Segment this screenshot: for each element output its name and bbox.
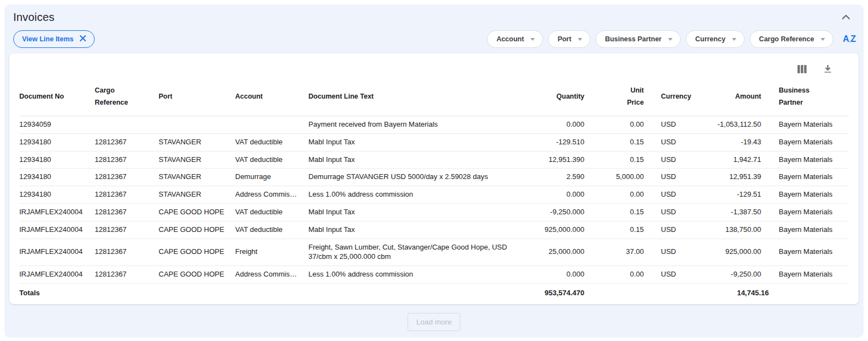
view-line-items-label: View Line Items <box>22 35 74 43</box>
cell: USD <box>644 116 708 133</box>
cell: 5,000.00 <box>584 169 644 186</box>
cell: 12,951.39 <box>708 169 769 186</box>
cell: 12812367 <box>95 239 159 266</box>
cell: CAPE GOOD HOPE <box>159 204 235 221</box>
cell: 925,000.000 <box>529 221 584 239</box>
cell: 12812367 <box>95 151 159 169</box>
filter-chip-cargo-reference[interactable]: Cargo Reference <box>750 30 833 48</box>
cell: USD <box>644 151 708 169</box>
cell: 0.15 <box>584 133 644 151</box>
page-header: Invoices <box>4 4 864 24</box>
cell: 0.000 <box>529 186 584 204</box>
cell: 12934059 <box>19 116 95 133</box>
cell: VAT deductible <box>235 151 308 169</box>
cell: 12812367 <box>95 221 159 239</box>
chevron-down-icon <box>578 38 582 41</box>
cell: 12812367 <box>95 133 159 151</box>
cell: 0.00 <box>584 186 644 204</box>
cell: -9,250.00 <box>708 266 769 283</box>
cell <box>159 116 235 133</box>
cell: STAVANGER <box>159 169 235 186</box>
cell: -19.43 <box>708 133 769 151</box>
cell: 0.15 <box>584 204 644 221</box>
cell: 0.15 <box>584 151 644 169</box>
cell: 138,750.00 <box>708 221 769 239</box>
cell: 12934180 <box>19 169 95 186</box>
sort-alphabetical-icon[interactable]: A↓Z <box>843 34 856 44</box>
cell: Bayern Materials <box>769 266 849 283</box>
column-header: Cargo Reference <box>95 78 159 116</box>
filter-chip-account[interactable]: Account <box>487 30 543 48</box>
collapse-panel-button[interactable] <box>839 11 853 24</box>
filter-chip-business-partner[interactable]: Business Partner <box>595 30 681 48</box>
cell: -1,053,112.50 <box>708 116 769 133</box>
cell: 2.590 <box>529 169 584 186</box>
cell: Bayern Materials <box>769 151 849 169</box>
download-button[interactable] <box>822 63 833 76</box>
filter-chip-currency[interactable]: Currency <box>686 30 745 48</box>
chevron-down-icon <box>668 38 672 41</box>
chevron-down-icon <box>732 38 736 41</box>
cell: -129.510 <box>529 133 584 151</box>
cell: Address Commis… <box>235 186 308 204</box>
load-more-button[interactable]: Load more <box>408 313 461 331</box>
column-header: Port <box>159 78 235 116</box>
load-more-area: Load more <box>4 304 864 331</box>
column-header: Amount <box>708 78 769 116</box>
column-header: Quantity <box>529 78 584 116</box>
cell: Bayern Materials <box>769 116 849 133</box>
cell: 12812367 <box>95 169 159 186</box>
page-title: Invoices <box>13 11 55 24</box>
filter-chip-port[interactable]: Port <box>548 30 590 48</box>
column-header: Business Partner <box>769 78 849 116</box>
cell: IRJAMFLEX240004 <box>19 266 95 283</box>
cell: Bayern Materials <box>769 221 849 239</box>
cell: USD <box>644 221 708 239</box>
cell: -1,387.50 <box>708 204 769 221</box>
cell: USD <box>644 186 708 204</box>
view-line-items-chip[interactable]: View Line Items <box>13 30 95 48</box>
column-header: Document No <box>19 78 95 116</box>
cell: USD <box>644 204 708 221</box>
cell: 12812367 <box>95 266 159 283</box>
table-row: IRJAMFLEX24000412812367CAPE GOOD HOPEVAT… <box>19 204 849 221</box>
column-settings-button[interactable] <box>796 64 808 76</box>
cell: USD <box>644 266 708 283</box>
cell: Freight, Sawn Lumber, Cut, Stavanger/Cap… <box>308 239 529 266</box>
column-header: Unit Price <box>584 78 644 116</box>
cell: Bayern Materials <box>769 186 849 204</box>
table-header-row: Document NoCargo ReferencePortAccountDoc… <box>19 78 849 116</box>
column-header: Document Line Text <box>308 78 529 116</box>
close-icon[interactable] <box>79 35 86 44</box>
filter-chip-label: Port <box>557 35 571 43</box>
filter-chip-label: Cargo Reference <box>759 35 814 43</box>
cell: Bayern Materials <box>769 239 849 266</box>
cell: 12812367 <box>95 186 159 204</box>
invoices-table-card: Document NoCargo ReferencePortAccountDoc… <box>9 53 859 304</box>
cell: 12934180 <box>19 133 95 151</box>
filter-chip-label: Account <box>496 35 524 43</box>
cell: 0.000 <box>529 266 584 283</box>
chips-row: View Line Items Account Port Business Pa… <box>4 24 864 53</box>
cell: 12812367 <box>95 204 159 221</box>
cell: Mabl Input Tax <box>308 221 529 239</box>
cell: Address Commis… <box>235 266 308 283</box>
cell: VAT deductible <box>235 133 308 151</box>
cell: Mabl Input Tax <box>308 204 529 221</box>
cell: 0.00 <box>584 116 644 133</box>
totals-amount: 14,745.16 <box>708 283 769 304</box>
cell: Bayern Materials <box>769 133 849 151</box>
cell: USD <box>644 133 708 151</box>
cell: IRJAMFLEX240004 <box>19 239 95 266</box>
table-row: 12934059Payment received from Bayern Mat… <box>19 116 849 133</box>
cell: CAPE GOOD HOPE <box>159 239 235 266</box>
columns-icon <box>798 65 807 75</box>
totals-quantity: 953,574.470 <box>529 283 584 304</box>
cell: 12,951.390 <box>529 151 584 169</box>
table-toolbar <box>19 59 849 78</box>
cell: IRJAMFLEX240004 <box>19 221 95 239</box>
table-row: 1293418012812367STAVANGERAddress Commis…… <box>19 186 849 204</box>
cell: Payment received from Bayern Materials <box>308 116 529 133</box>
cell <box>235 116 308 133</box>
invoices-table: Document NoCargo ReferencePortAccountDoc… <box>19 78 849 304</box>
